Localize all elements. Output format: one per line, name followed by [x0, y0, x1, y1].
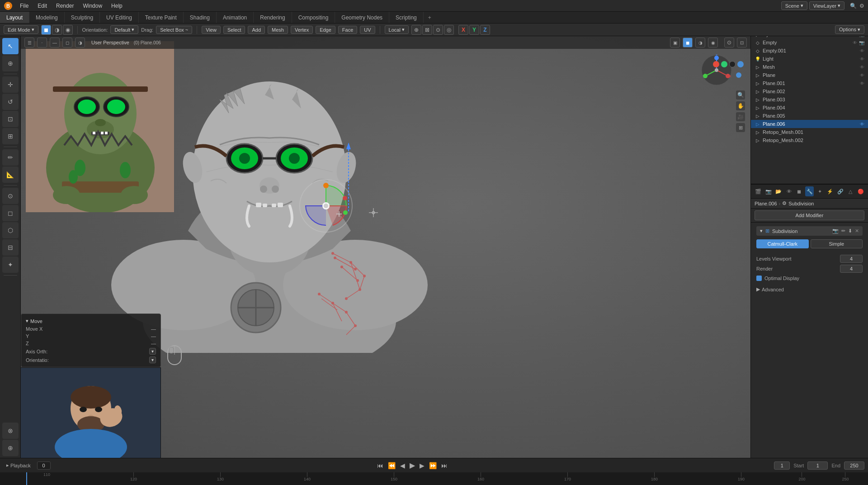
knife-tool[interactable]: ✦ [2, 257, 19, 273]
levels-viewport-value[interactable]: 4 [840, 255, 863, 263]
visibility-icon-9[interactable]: 👁 [860, 81, 864, 86]
step-forward-button[interactable]: ▶ [418, 461, 426, 470]
shading-rendered[interactable]: ◉ [708, 38, 718, 48]
start-frame-input[interactable]: 1 [807, 461, 828, 470]
face-button[interactable]: Face [338, 26, 357, 34]
orientation-selector[interactable]: Default ▾ [110, 25, 138, 34]
outliner-item-empty[interactable]: ◇ Empty 👁 📷 [751, 38, 868, 47]
nav-grid-icon[interactable]: ⊞ [736, 123, 745, 132]
visibility-icon-4[interactable]: 👁 [853, 40, 857, 45]
playhead[interactable] [26, 472, 27, 485]
menu-help[interactable]: Help [108, 2, 126, 10]
tab-sculpting[interactable]: Sculpting [65, 12, 100, 23]
render-icon-4[interactable]: 📷 [859, 40, 864, 45]
menu-render[interactable]: Render [52, 2, 77, 10]
orientation-selector-2[interactable]: ▾ [149, 357, 156, 363]
snap-type-icon[interactable]: ⊠ [422, 25, 432, 35]
add-modifier-button[interactable]: Add Modifier [755, 210, 864, 220]
add-button[interactable]: Add [248, 26, 265, 34]
options-button[interactable]: Options ▾ [835, 25, 864, 34]
viewport-solid[interactable]: ◼ [41, 25, 51, 35]
modifier-expand-2[interactable]: ⬇ [848, 228, 852, 234]
prop-icon-particles[interactable]: ✦ [815, 186, 824, 196]
outliner-item-mesh[interactable]: ▷ Mesh 👁 [751, 63, 868, 71]
edge-slide-tool[interactable]: ⊕ [2, 440, 19, 456]
jump-start-button[interactable]: ⏮ [375, 461, 385, 470]
outliner-item-light[interactable]: 💡 Light 👁 [751, 55, 868, 63]
tab-rendering[interactable]: Rendering [254, 12, 292, 23]
transform-tool[interactable]: ⊞ [2, 128, 19, 144]
prop-icon-material[interactable]: 🔴 [856, 186, 865, 196]
prop-icon-constraints[interactable]: 🔗 [836, 186, 845, 196]
simple-button[interactable]: Simple [811, 239, 863, 248]
nav-camera-icon[interactable]: 🎥 [736, 112, 745, 121]
rotate-tool[interactable]: ↺ [2, 94, 19, 110]
viewport-render[interactable]: ◉ [63, 25, 73, 35]
select-tool[interactable]: ↖ [2, 38, 19, 54]
extrude-tool[interactable]: ⊙ [2, 188, 19, 204]
prop-icon-modifier[interactable]: 🔧 [805, 186, 814, 196]
nav-zoom-icon[interactable]: 🔍 [736, 90, 745, 100]
transform-gizmo[interactable] [297, 176, 355, 235]
bevel-tool[interactable]: ⬡ [2, 222, 19, 238]
tab-texture-paint[interactable]: Texture Paint [139, 12, 184, 23]
prop-icon-render[interactable]: 📷 [764, 186, 773, 196]
outliner-item-plane004[interactable]: ▷ Plane.004 [751, 104, 868, 112]
viewport-menu-icon[interactable]: ☰ [24, 38, 34, 48]
axis-y-btn[interactable]: Y [469, 25, 479, 35]
axis-ortho-selector[interactable]: ▾ [149, 348, 156, 355]
outliner-item-retopo001[interactable]: ▷ Retopo_Mesh.001 [751, 128, 868, 136]
tab-compositing[interactable]: Compositing [292, 12, 335, 23]
render-levels-value[interactable]: 4 [840, 265, 863, 273]
scale-tool[interactable]: ⊡ [2, 111, 19, 127]
visibility-icon-7[interactable]: 👁 [860, 65, 864, 70]
prop-icon-object[interactable]: ◼ [795, 186, 804, 196]
nav-pan-icon[interactable]: ✋ [736, 101, 745, 110]
overlay-toggle[interactable]: ⊙ [724, 38, 734, 48]
vertex-slide-tool[interactable]: ⊗ [2, 423, 19, 439]
cursor-tool[interactable]: ⊕ [2, 55, 19, 71]
snap-magnet-icon[interactable]: ⊕ [411, 25, 421, 35]
measure-tool[interactable]: 📐 [2, 166, 19, 183]
view-button[interactable]: View [202, 26, 221, 34]
add-workspace-button[interactable]: + [424, 12, 436, 23]
view-layer-selector[interactable]: ViewLayer ▾ [809, 1, 844, 10]
prop-icon-physics[interactable]: ⚡ [826, 186, 835, 196]
uv-button[interactable]: UV [360, 26, 375, 34]
outliner-item-retopo002[interactable]: ▷ Retopo_Mesh.002 [751, 136, 868, 144]
modifier-edit-icon[interactable]: ✏ [841, 228, 845, 234]
outliner-item-plane005[interactable]: ▷ Plane.005 [751, 112, 868, 120]
jump-forward-button[interactable]: ⏩ [427, 461, 439, 470]
transform-selector[interactable]: Local ▾ [385, 25, 409, 34]
tab-shading[interactable]: Shading [184, 12, 217, 23]
prop-icon-scene[interactable]: 🎬 [754, 186, 763, 196]
tab-uv-editing[interactable]: UV Editing [100, 12, 139, 23]
annotate-tool[interactable]: ✏ [2, 149, 19, 166]
settings-icon-top[interactable]: ⚙ [859, 3, 864, 9]
outliner-item-plane[interactable]: ▷ Plane 👁 [751, 71, 868, 79]
select-button[interactable]: Select [223, 26, 245, 34]
menu-edit[interactable]: Edit [34, 2, 51, 10]
outliner-item-plane006[interactable]: ▷ Plane.006 👁 [751, 120, 868, 128]
outliner-item-plane002[interactable]: ▷ Plane.002 [751, 87, 868, 95]
viewport-material[interactable]: ◑ [52, 25, 62, 35]
axis-x-btn[interactable]: X [458, 25, 468, 35]
optimal-display-checkbox[interactable] [756, 276, 762, 281]
shading-wireframe[interactable]: ▣ [670, 38, 680, 48]
prop-icon-data[interactable]: △ [846, 186, 855, 196]
step-back-button[interactable]: ◀ [398, 461, 407, 470]
current-frame-display[interactable]: 1 [774, 461, 790, 470]
xray-toggle[interactable]: ⊡ [737, 38, 747, 48]
shading-material[interactable]: ◑ [695, 38, 705, 48]
visibility-icon-8[interactable]: 👁 [860, 73, 864, 78]
proportional-icon[interactable]: ⊙ [433, 25, 443, 35]
modifier-expand-icon[interactable]: ▾ [760, 228, 763, 234]
search-icon-top[interactable]: 🔍 [850, 3, 857, 9]
menu-file[interactable]: File [16, 2, 32, 10]
play-button[interactable]: ▶ [408, 460, 417, 471]
outliner-item-empty001[interactable]: ◇ Empty.001 👁 [751, 47, 868, 55]
prop-icon-output[interactable]: 📂 [774, 186, 783, 196]
tab-modeling[interactable]: Modeling [29, 12, 65, 23]
select-mode-vert[interactable]: · [37, 38, 47, 48]
loop-cut-tool[interactable]: ⊟ [2, 239, 19, 256]
